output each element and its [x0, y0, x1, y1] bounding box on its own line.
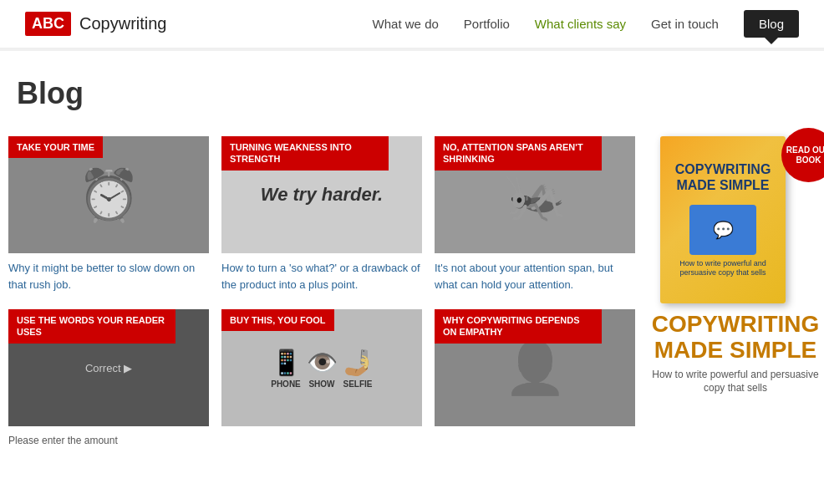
sidebar-book[interactable]: COPYWRITINGMADE SIMPLE 💬 How to write po… — [652, 136, 819, 395]
book-cover-wrap: COPYWRITINGMADE SIMPLE 💬 How to write po… — [660, 136, 811, 303]
book-cover: COPYWRITINGMADE SIMPLE 💬 How to write po… — [660, 136, 786, 303]
read-badge-text: READ OUR BOOK — [786, 145, 824, 165]
buy-panel-selfie: 🤳 SELFIE — [343, 348, 374, 389]
book-title-large: COPYWRITINGMADE SIMPLE — [652, 312, 820, 364]
nav-what-clients-say[interactable]: What clients say — [535, 17, 626, 31]
articles-row-2: USE THE WORDS YOUR READER USES Please en… — [8, 309, 635, 448]
header: ABC Copywriting What we do Portfolio Wha… — [0, 0, 824, 48]
article-tag: TAKE YOUR TIME — [8, 136, 103, 158]
page-title: Blog — [17, 76, 799, 111]
logo-area: ABC Copywriting — [25, 12, 166, 36]
article-description: It's not about your attention span, but … — [435, 260, 635, 293]
main-content: Blog TAKE YOUR TIME Why it might be bett… — [0, 51, 824, 473]
article-card[interactable]: We try harder. TURNING WEAKNESS INTO STR… — [221, 136, 422, 293]
article-card[interactable]: WHY COPYWRITING DEPENDS ON EMPATHY — [435, 309, 635, 448]
articles-row-1: TAKE YOUR TIME Why it might be better to… — [8, 136, 635, 293]
article-image-wrap: TAKE YOUR TIME — [8, 136, 209, 253]
article-description: Why it might be better to slow down on t… — [8, 260, 209, 293]
buy-label-phone: PHONE — [271, 379, 301, 389]
read-our-book-badge: READ OUR BOOK — [781, 128, 824, 182]
book-cover-title: COPYWRITINGMADE SIMPLE — [675, 161, 771, 193]
buy-label-show: SHOW — [308, 379, 334, 389]
article-card[interactable]: 📱 PHONE 👁️ SHOW 🤳 SELFIE — [221, 309, 422, 448]
article-image-wrap: We try harder. TURNING WEAKNESS INTO STR… — [221, 136, 422, 253]
article-card[interactable]: USE THE WORDS YOUR READER USES Please en… — [8, 309, 209, 448]
article-image-wrap: 📱 PHONE 👁️ SHOW 🤳 SELFIE — [221, 309, 422, 426]
buy-panel-show: 👁️ SHOW — [307, 348, 338, 389]
buy-panel-phone: 📱 PHONE — [271, 348, 302, 389]
article-description: How to turn a 'so what?' or a drawback o… — [221, 260, 422, 293]
nav-what-we-do[interactable]: What we do — [373, 17, 439, 31]
articles-section: TAKE YOUR TIME Why it might be better to… — [8, 136, 635, 448]
article-card[interactable]: NO, ATTENTION SPANS AREN'T SHRINKING It'… — [435, 136, 635, 293]
book-subtitle-text: How to write powerful and persuasive cop… — [652, 368, 819, 396]
main-nav: What we do Portfolio What clients say Ge… — [373, 10, 799, 38]
article-image-wrap: NO, ATTENTION SPANS AREN'T SHRINKING — [435, 136, 635, 253]
article-tag: BUY THIS, YOU FOOL — [221, 309, 334, 331]
article-image-wrap: USE THE WORDS YOUR READER USES — [8, 309, 209, 426]
article-tag: NO, ATTENTION SPANS AREN'T SHRINKING — [435, 136, 602, 171]
book-cover-illustration: 💬 — [689, 205, 756, 255]
book-cover-subtitle: How to write powerful and persuasive cop… — [669, 259, 777, 278]
article-tag: TURNING WEAKNESS INTO STRENGTH — [221, 136, 389, 171]
selfie-icon: 🤳 — [343, 348, 374, 377]
show-icon: 👁️ — [307, 348, 338, 377]
article-tag: WHY COPYWRITING DEPENDS ON EMPATHY — [435, 309, 602, 344]
buy-label-selfie: SELFIE — [343, 379, 372, 389]
nav-portfolio[interactable]: Portfolio — [464, 17, 510, 31]
article-tag: USE THE WORDS YOUR READER USES — [8, 309, 175, 344]
nav-blog[interactable]: Blog — [744, 10, 799, 38]
logo-name: Copywriting — [79, 14, 166, 33]
phone-icon: 📱 — [271, 348, 302, 377]
blog-grid: TAKE YOUR TIME Why it might be better to… — [8, 136, 799, 448]
logo-abbr: ABC — [25, 12, 71, 36]
article-card[interactable]: TAKE YOUR TIME Why it might be better to… — [8, 136, 209, 293]
nav-get-in-touch[interactable]: Get in touch — [651, 17, 719, 31]
article-description: Please enter the amount — [8, 433, 209, 448]
article-image-wrap: WHY COPYWRITING DEPENDS ON EMPATHY — [435, 309, 635, 426]
